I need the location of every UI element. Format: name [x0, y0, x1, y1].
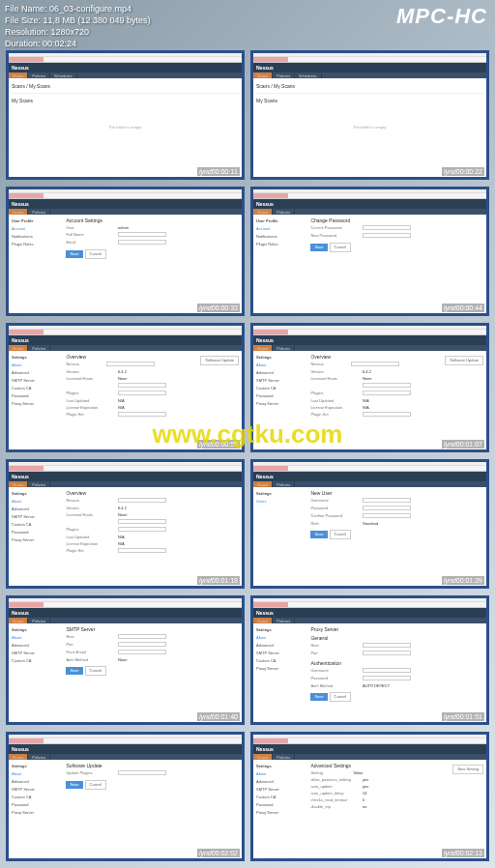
- sidebar-item[interactable]: About: [12, 634, 62, 642]
- video-thumbnail[interactable]: NessusScansPoliciesSettingsAboutAdvanced…: [250, 323, 489, 452]
- text-input[interactable]: [118, 240, 166, 245]
- cancel-button[interactable]: Cancel: [330, 243, 351, 252]
- sidebar-item[interactable]: Plugin Rules: [12, 241, 62, 248]
- sidebar-item[interactable]: About: [256, 770, 306, 778]
- video-thumbnail[interactable]: NessusScansPoliciesSettingsAboutAdvanced…: [6, 459, 245, 589]
- video-thumbnail[interactable]: NessusScansPoliciesSchedulesScans / My S…: [250, 50, 489, 180]
- sidebar-item[interactable]: Proxy Server: [12, 400, 62, 408]
- text-input[interactable]: [363, 506, 411, 510]
- subnav-tab[interactable]: Policies: [273, 72, 295, 78]
- subnav-tab[interactable]: Scans: [253, 754, 273, 760]
- sidebar-item[interactable]: Custom CA: [256, 657, 306, 665]
- text-input[interactable]: [118, 548, 166, 553]
- sidebar-item[interactable]: Custom CA: [12, 385, 62, 392]
- subnav-tab[interactable]: Policies: [28, 209, 50, 215]
- save-button[interactable]: Save: [310, 244, 327, 251]
- sidebar-item[interactable]: Proxy Server: [256, 665, 306, 673]
- save-button[interactable]: Save: [310, 531, 327, 538]
- text-input[interactable]: [118, 498, 166, 503]
- sidebar-item[interactable]: Custom CA: [12, 794, 62, 801]
- subnav-tab[interactable]: Policies: [273, 345, 295, 351]
- text-input[interactable]: [118, 634, 166, 639]
- action-button[interactable]: Software Update: [200, 356, 239, 365]
- subnav-tab[interactable]: Scans: [9, 481, 28, 487]
- subnav-tab[interactable]: Schedules: [50, 72, 77, 78]
- save-button[interactable]: Save: [66, 781, 82, 789]
- text-input[interactable]: [363, 225, 411, 230]
- sidebar-item[interactable]: Advanced: [12, 369, 62, 377]
- text-input[interactable]: [363, 513, 411, 518]
- sidebar-item[interactable]: Account: [12, 225, 62, 233]
- sidebar-item[interactable]: Proxy Server: [12, 809, 62, 817]
- sidebar-item[interactable]: Proxy Server: [12, 536, 62, 544]
- video-thumbnail[interactable]: NessusScansPoliciesUser ProfileAccountNo…: [250, 187, 489, 316]
- text-input[interactable]: [363, 668, 411, 673]
- sidebar-item[interactable]: Advanced: [256, 778, 306, 786]
- subnav-tab[interactable]: Policies: [273, 754, 295, 760]
- sidebar-item[interactable]: Custom CA: [256, 385, 306, 392]
- sidebar-item[interactable]: Plugin Rules: [256, 241, 306, 248]
- sidebar-item[interactable]: Custom CA: [12, 521, 62, 529]
- subnav-tab[interactable]: Scans: [253, 618, 273, 623]
- subnav-tab[interactable]: Policies: [28, 481, 50, 487]
- text-input[interactable]: [118, 527, 166, 532]
- subnav-tab[interactable]: Policies: [273, 618, 295, 623]
- sidebar-item[interactable]: Advanced: [12, 778, 62, 786]
- text-input[interactable]: [118, 770, 166, 775]
- text-input[interactable]: [363, 651, 411, 655]
- text-input[interactable]: [118, 519, 166, 524]
- sidebar-item[interactable]: About: [12, 362, 62, 369]
- subnav-tab[interactable]: Policies: [28, 618, 50, 623]
- text-input[interactable]: [118, 391, 166, 395]
- subnav-tab[interactable]: Scans: [253, 209, 273, 215]
- sidebar-item[interactable]: SMTP Server: [12, 786, 62, 794]
- sidebar-item[interactable]: Proxy Server: [256, 809, 306, 817]
- sidebar-item[interactable]: Advanced: [12, 506, 62, 513]
- text-input[interactable]: [118, 383, 166, 388]
- sidebar-item[interactable]: Custom CA: [12, 657, 62, 665]
- save-button[interactable]: Save: [66, 667, 82, 675]
- subnav-tab[interactable]: Policies: [28, 345, 50, 351]
- text-input[interactable]: [363, 383, 411, 388]
- save-button[interactable]: Save: [66, 250, 82, 258]
- video-thumbnail[interactable]: NessusScansPoliciesSchedulesScans / My S…: [6, 50, 245, 180]
- sidebar-item[interactable]: SMTP Server: [12, 513, 62, 521]
- text-input[interactable]: [118, 642, 166, 647]
- text-input[interactable]: [118, 232, 166, 237]
- video-thumbnail[interactable]: NessusScansPoliciesSettingsAboutAdvanced…: [6, 732, 245, 861]
- sidebar-item[interactable]: Users: [256, 498, 306, 506]
- sidebar-item[interactable]: Advanced: [256, 369, 306, 377]
- sidebar-item[interactable]: Advanced: [256, 642, 306, 650]
- video-thumbnail[interactable]: NessusScansPoliciesSettingsAboutAdvanced…: [6, 323, 245, 452]
- subnav-tab[interactable]: Scans: [9, 754, 28, 760]
- subnav-tab[interactable]: Policies: [28, 72, 50, 78]
- subnav-tab[interactable]: Scans: [9, 72, 28, 78]
- sidebar-item[interactable]: Password: [256, 392, 306, 400]
- sidebar-item[interactable]: Password: [12, 801, 62, 809]
- text-input[interactable]: [363, 233, 411, 238]
- sidebar-item[interactable]: About: [256, 634, 306, 642]
- text-input[interactable]: [363, 391, 411, 395]
- subnav-tab[interactable]: Scans: [9, 345, 28, 351]
- sidebar-item[interactable]: SMTP Server: [12, 650, 62, 657]
- cancel-button[interactable]: Cancel: [85, 780, 106, 790]
- sidebar-item[interactable]: About: [256, 362, 306, 369]
- subnav-tab[interactable]: Policies: [273, 209, 295, 215]
- sidebar-item[interactable]: Notifications: [256, 233, 306, 241]
- sidebar-item[interactable]: About: [12, 770, 62, 778]
- subnav-tab[interactable]: Scans: [253, 345, 273, 351]
- action-button[interactable]: Software Update: [445, 356, 483, 365]
- subnav-tab[interactable]: Policies: [273, 481, 295, 487]
- subnav-tab[interactable]: Scans: [9, 618, 28, 623]
- cancel-button[interactable]: Cancel: [330, 530, 351, 539]
- text-input[interactable]: [363, 643, 411, 648]
- video-thumbnail[interactable]: NessusScansPoliciesUser ProfileAccountNo…: [6, 187, 245, 316]
- sidebar-item[interactable]: Password: [12, 529, 62, 536]
- text-input[interactable]: [363, 676, 411, 680]
- text-input[interactable]: [106, 362, 155, 366]
- text-input[interactable]: [351, 362, 399, 366]
- sidebar-item[interactable]: Account: [256, 225, 306, 233]
- subnav-tab[interactable]: Scans: [253, 72, 273, 78]
- save-button[interactable]: Save: [310, 693, 327, 701]
- sidebar-item[interactable]: Custom CA: [256, 794, 306, 801]
